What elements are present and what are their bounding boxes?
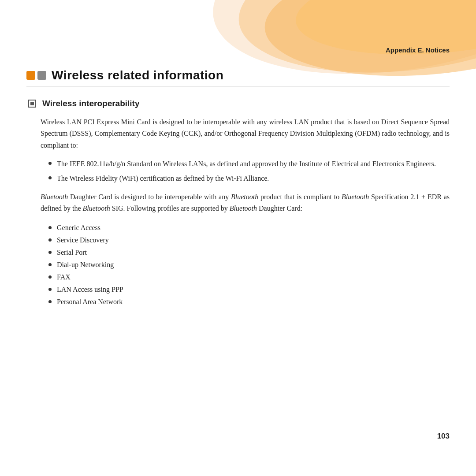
profile-item-service-discovery: Service Discovery: [48, 234, 450, 246]
profile-item-fax: FAX: [48, 271, 450, 283]
profile-item-personal-area-network: Personal Area Network: [48, 296, 450, 308]
main-content: Wireless related information Wireless in…: [26, 68, 450, 450]
compliance-bullet-list: The IEEE 802.11a/b/g/n Standard on Wirel…: [48, 158, 450, 184]
profile-dot-icon: [48, 275, 52, 279]
subsection-header: Wireless interoperability: [28, 99, 450, 108]
profile-dot-icon: [48, 263, 52, 266]
bluetooth-italic-2: Bluetooth: [231, 193, 258, 201]
title-icons: [26, 71, 46, 80]
bluetooth-italic-5: Bluetooth: [230, 205, 257, 212]
profile-list: Generic Access Service Discovery Serial …: [48, 222, 450, 308]
body-paragraph-1: Wireless LAN PCI Express Mini Card is de…: [41, 116, 450, 151]
profile-item-lan-access: LAN Access using PPP: [48, 283, 450, 296]
svg-point-3: [292, 0, 476, 65]
svg-point-1: [232, 0, 476, 77]
bullet-dot-icon: [48, 162, 52, 165]
profile-dot-icon: [48, 226, 52, 229]
profile-item-dialup-networking: Dial-up Networking: [48, 259, 450, 271]
orange-square-icon: [26, 71, 35, 80]
bullet-item: The IEEE 802.11a/b/g/n Standard on Wirel…: [48, 158, 450, 170]
top-decoration: [176, 0, 476, 77]
section-title-row: Wireless related information: [26, 68, 450, 86]
profile-dot-icon: [48, 251, 52, 254]
profile-dot-icon: [48, 300, 52, 303]
page-number: 103: [437, 432, 450, 441]
appendix-label: Appendix E. Notices: [386, 46, 450, 54]
subsection-bullet-icon: [28, 100, 36, 108]
bluetooth-italic-1: Bluetooth: [41, 193, 68, 201]
svg-point-0: [202, 0, 476, 77]
body-paragraph-2: Bluetooth Daughter Card is designed to b…: [41, 191, 450, 215]
svg-point-2: [261, 0, 476, 77]
bluetooth-italic-4: Bluetooth: [83, 205, 110, 212]
bluetooth-italic-3: Bluetooth: [342, 193, 369, 201]
bullet-dot-icon: [48, 176, 52, 179]
profile-item-generic-access: Generic Access: [48, 222, 450, 234]
section-title: Wireless related information: [52, 68, 223, 82]
profile-dot-icon: [48, 238, 52, 242]
subsection-title: Wireless interoperability: [42, 99, 140, 108]
profile-item-serial-port: Serial Port: [48, 246, 450, 259]
gray-square-icon: [37, 71, 46, 80]
bullet-item: The Wireless Fidelity (WiFi) certificati…: [48, 173, 450, 184]
profile-dot-icon: [48, 288, 52, 291]
